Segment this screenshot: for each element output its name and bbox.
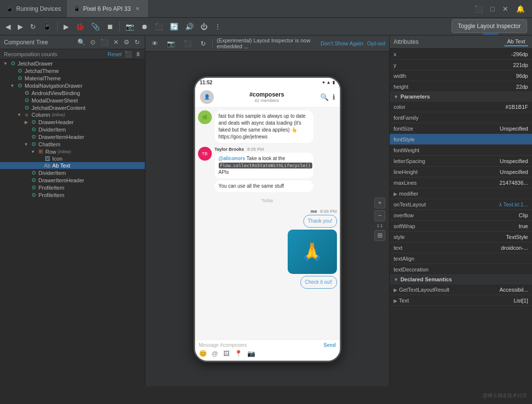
expand-arrow[interactable]: ▼: [2, 61, 9, 66]
zoom-controls: + − 1:1 ⊞: [374, 198, 385, 241]
notification-button[interactable]: 🔔: [514, 4, 527, 14]
zoom-in-button[interactable]: +: [374, 198, 385, 208]
attr-key-gettextlayoutresult: ▶ GetTextLayoutResult: [394, 287, 458, 293]
text-icon: Ab: [43, 163, 51, 168]
debug-button[interactable]: 🐞: [73, 21, 87, 32]
zoom-out-button[interactable]: −: [374, 210, 385, 221]
send-button[interactable]: Send: [324, 342, 335, 348]
maximize-button[interactable]: □: [488, 4, 497, 14]
attr-val-text-semantics: List[1]: [458, 298, 528, 303]
tree-item-divider-item[interactable]: ⊙ DividerItem: [0, 126, 145, 133]
tree-item-jetchat-drawer-content[interactable]: ⊙ JetchatDrawerContent: [0, 104, 145, 111]
refresh-layout-button[interactable]: ↻: [198, 38, 208, 49]
tree-item-ab-text[interactable]: Ab Ab Text: [0, 162, 145, 169]
attr-row-fontstyle[interactable]: fontStyle: [390, 134, 532, 145]
expand-arrow[interactable]: ▼: [16, 112, 23, 117]
watermark: @稀土掘金技术社区: [483, 392, 527, 399]
tree-item-row-1[interactable]: ▼ ⊞ Row (inline): [0, 148, 145, 155]
tree-item-chat-item-1[interactable]: ▼ ⊙ ChatItem: [0, 140, 145, 148]
emoji-icon[interactable]: 😊: [199, 350, 207, 357]
refresh-btn[interactable]: ↻: [133, 37, 141, 47]
attr-row-text-semantics[interactable]: ▶ Text List[1]: [390, 295, 532, 306]
tab-running-devices[interactable]: 📱 Running Devices: [0, 0, 67, 17]
copy-recomp-btn[interactable]: ⬛: [125, 51, 132, 58]
minimize-button[interactable]: ⬛: [472, 4, 485, 14]
volume-button[interactable]: 🔊: [183, 21, 196, 32]
settings-btn[interactable]: ⚙: [123, 37, 131, 47]
close-panel-btn[interactable]: ✕: [112, 37, 120, 47]
opt-out-link[interactable]: Opt-out: [367, 40, 385, 46]
tab-close-button[interactable]: ✕: [133, 5, 141, 12]
rotate-button[interactable]: 🔄: [167, 21, 181, 32]
tree-item-label: Row: [45, 149, 56, 155]
fit-screen-button[interactable]: ⊞: [374, 230, 385, 241]
overlay-button[interactable]: ⬛: [181, 38, 194, 49]
more-button[interactable]: ⋮: [212, 21, 224, 32]
tree-item-material-theme[interactable]: ⊙ MaterialTheme: [0, 74, 145, 82]
section-arrow: ▼: [394, 94, 399, 100]
tree-item-jetchat-theme[interactable]: ⊙ JetchatTheme: [0, 67, 145, 74]
expand-arrow[interactable]: ▼: [9, 83, 16, 88]
attributes-title: Attributes: [394, 38, 501, 45]
pause-recomp-btn[interactable]: ⏸: [135, 51, 141, 58]
device-button[interactable]: 📱: [40, 21, 54, 32]
attr-val-letterspacing: Unspecified: [458, 158, 528, 164]
tree-item-modal-nav-drawer[interactable]: ▼ ⊙ ModalNavigationDrawer: [0, 82, 145, 89]
chat-bubble-2b: You can use all the same stuff: [215, 180, 313, 192]
search-icon[interactable]: 🔍: [320, 93, 329, 101]
record-button[interactable]: ⏺: [138, 21, 150, 32]
location-icon[interactable]: 📍: [234, 350, 242, 357]
attr-row-fontfamily: fontFamily: [390, 112, 532, 123]
reset-button[interactable]: Reset: [107, 51, 122, 57]
info-icon[interactable]: ℹ: [332, 93, 335, 101]
expand-arrow[interactable]: ▼: [30, 149, 36, 154]
filter-icon-btn[interactable]: ⊙: [89, 37, 97, 47]
message-input-area: Message #composers Send 😊 @ 🖼 📍 📷: [195, 339, 340, 361]
forward-button[interactable]: ▶: [15, 21, 26, 32]
tree-item-profile-item-2[interactable]: ⊙ ProfileItem: [0, 191, 145, 199]
attr-row-textalign: textAlign: [390, 253, 532, 264]
tree-item-modal-drawer-sheet[interactable]: ⊙ ModalDrawerSheet: [0, 97, 145, 104]
sync-button[interactable]: ↻: [28, 21, 38, 32]
tree-item-divider-item-2[interactable]: ⊙ DividerItem: [0, 169, 145, 176]
dont-show-again-link[interactable]: Don't Show Again: [321, 40, 364, 46]
tree-item-jetchat-drawer[interactable]: ▼ ⊙ JetchatDrawer: [0, 60, 145, 67]
tree-item-android-view-binding[interactable]: ⊙ AndroidViewBinding: [0, 89, 145, 97]
attr-row-x: x -296dp: [390, 49, 532, 60]
expand-arrow[interactable]: ▶: [23, 120, 30, 125]
back-button[interactable]: ◀: [3, 21, 13, 32]
attr-val-lineheight: Unspecified: [458, 169, 528, 175]
signal-icon: ●: [322, 80, 325, 85]
attachment-icon[interactable]: 🖼: [223, 350, 230, 357]
tree-item-icon[interactable]: 🖼 Icon: [0, 155, 145, 162]
declared-semantics-section[interactable]: ▼ Declared Semantics: [390, 275, 532, 284]
tab-pixel[interactable]: 📱 Pixel 6 Pro API 33 ✕: [67, 0, 148, 17]
ab-text-tab[interactable]: Ab Text: [504, 37, 529, 46]
power-button[interactable]: ⏻: [198, 21, 210, 32]
screenshot-button[interactable]: 📷: [123, 21, 136, 32]
attr-row-modifier[interactable]: ▶ modifier: [390, 188, 532, 199]
search-icon-btn[interactable]: 🔍: [76, 37, 86, 47]
layout-button[interactable]: ⬛: [152, 21, 166, 32]
message-placeholder[interactable]: Message #composers: [199, 342, 321, 348]
eye-button[interactable]: 👁: [149, 38, 161, 49]
close-window-button[interactable]: ✕: [500, 4, 511, 14]
run-button[interactable]: ▶: [61, 21, 71, 32]
camera-button[interactable]: 📷: [165, 38, 177, 49]
view-options-btn[interactable]: ⬛: [100, 37, 109, 47]
tree-item-drawer-item-header-2[interactable]: ⊙ DrawerItemHeader: [0, 176, 145, 184]
tree-item-drawer-item-header[interactable]: ⊙ DrawerItemHeader: [0, 133, 145, 140]
tree-item-column[interactable]: ▼ ≡ Column (inline): [0, 111, 145, 118]
channel-info: #composers 42 members: [218, 91, 316, 103]
stop-button[interactable]: ⏹: [104, 21, 116, 32]
attr-key-text: text: [394, 245, 458, 251]
attr-row-get-text-layout[interactable]: ▶ GetTextLayoutResult Accessibil...: [390, 284, 532, 295]
camera-icon[interactable]: 📷: [247, 350, 255, 357]
attr-val-ontextlayout[interactable]: λ Text.kt:1...: [458, 202, 528, 207]
tree-item-profile-item-1[interactable]: ⊙ ProfileItem: [0, 184, 145, 191]
attach-button[interactable]: 📎: [89, 21, 102, 32]
parameters-section[interactable]: ▼ Parameters: [390, 92, 532, 101]
mention-icon[interactable]: @: [212, 350, 218, 357]
expand-arrow[interactable]: ▼: [23, 142, 30, 147]
tree-item-drawer-header[interactable]: ▶ ⊙ DrawerHeader: [0, 118, 145, 126]
